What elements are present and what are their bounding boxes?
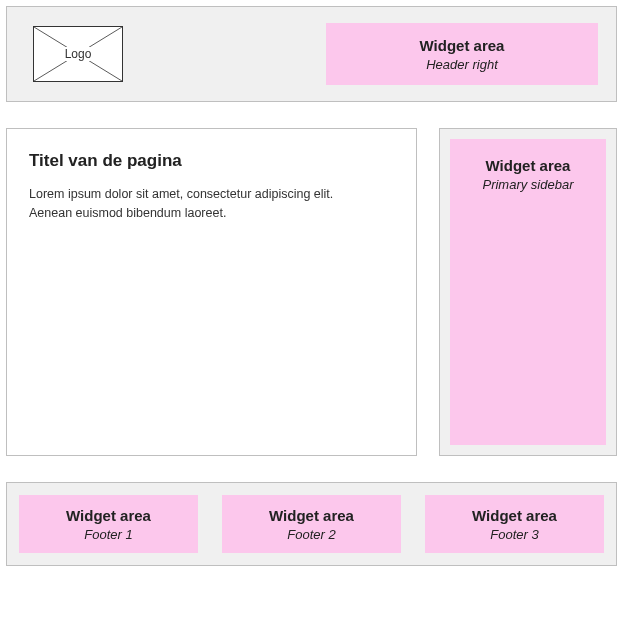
widget-title: Widget area bbox=[472, 507, 557, 524]
widget-subtitle: Footer 1 bbox=[84, 527, 132, 542]
header-right-widget-area: Widget area Header right bbox=[326, 23, 598, 85]
widget-title: Widget area bbox=[486, 157, 571, 174]
page-body: Lorem ipsum dolor sit amet, consectetur … bbox=[29, 185, 339, 223]
page-title: Titel van de pagina bbox=[29, 151, 394, 171]
main-content: Titel van de pagina Lorem ipsum dolor si… bbox=[6, 128, 417, 456]
widget-subtitle: Footer 3 bbox=[490, 527, 538, 542]
logo-placeholder: Logo bbox=[33, 26, 123, 82]
logo-label: Logo bbox=[63, 47, 94, 61]
widget-title: Widget area bbox=[66, 507, 151, 524]
footer-widget-area-3: Widget area Footer 3 bbox=[425, 495, 604, 553]
middle-row: Titel van de pagina Lorem ipsum dolor si… bbox=[6, 128, 617, 456]
widget-subtitle: Header right bbox=[426, 57, 498, 72]
primary-sidebar: Widget area Primary sidebar bbox=[439, 128, 617, 456]
header: Logo Widget area Header right bbox=[6, 6, 617, 102]
widget-title: Widget area bbox=[420, 37, 505, 54]
widget-title: Widget area bbox=[269, 507, 354, 524]
widget-subtitle: Primary sidebar bbox=[482, 177, 573, 192]
widget-subtitle: Footer 2 bbox=[287, 527, 335, 542]
footer-widget-area-1: Widget area Footer 1 bbox=[19, 495, 198, 553]
footer: Widget area Footer 1 Widget area Footer … bbox=[6, 482, 617, 566]
primary-sidebar-widget-area: Widget area Primary sidebar bbox=[450, 139, 606, 445]
footer-widget-area-2: Widget area Footer 2 bbox=[222, 495, 401, 553]
